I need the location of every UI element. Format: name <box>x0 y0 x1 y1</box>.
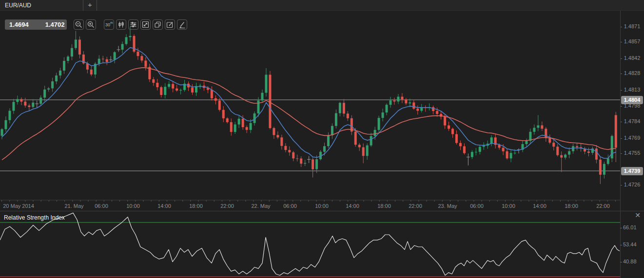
candle-body <box>451 129 454 134</box>
price-axis-label: 1.4784 <box>620 118 644 124</box>
duplicate-button[interactable] <box>153 19 163 30</box>
zoom-out-button[interactable] <box>74 19 84 30</box>
candle-body <box>144 60 147 67</box>
candle-body <box>172 84 174 88</box>
candle-body <box>448 126 450 129</box>
candle-body <box>238 119 240 125</box>
candle-body <box>382 112 384 118</box>
tab-eur-aud[interactable]: EUR/AUD <box>0 0 83 11</box>
price-chart[interactable]: 20 May 201421. May06:0010:0014:0018:0022… <box>0 11 620 211</box>
candle-body <box>67 56 69 61</box>
candle-body <box>199 86 201 86</box>
price-axis-label: 1.4871 <box>620 23 644 29</box>
candle-body <box>168 84 170 87</box>
candle-body <box>541 125 543 129</box>
time-axis-label: 10:00 <box>315 203 329 209</box>
time-axis-label: 18:00 <box>189 203 203 209</box>
candle-body <box>463 146 466 153</box>
price-axis[interactable]: 1.48711.48571.48421.48281.48131.47981.47… <box>620 11 644 211</box>
zoom-in-button[interactable] <box>86 19 96 30</box>
candle-body <box>12 102 15 111</box>
time-axis-label: 22. May <box>251 203 271 209</box>
candle-body <box>75 39 77 48</box>
candle-body <box>576 146 578 147</box>
rsi-axis-label: 66.01 <box>623 224 643 230</box>
candle-body <box>63 61 65 71</box>
candle-body <box>390 100 392 105</box>
candle-body <box>552 143 555 147</box>
candle-body <box>300 159 302 164</box>
time-axis-label: 10:00 <box>502 203 515 209</box>
candle-body <box>607 158 609 164</box>
candle-body <box>215 98 217 101</box>
edit-button[interactable] <box>165 19 175 30</box>
ask-button[interactable]: 1.4702 <box>45 21 69 28</box>
time-axis-label: 14:00 <box>533 203 546 209</box>
candle-body <box>323 146 326 151</box>
draw-button[interactable] <box>177 19 187 30</box>
chart-toolbar: 30 m <box>74 19 187 30</box>
candle-body <box>347 113 349 118</box>
candle-body <box>354 131 357 145</box>
candle-body <box>548 138 551 143</box>
candle-body <box>315 159 318 169</box>
candle-body <box>603 164 605 175</box>
price-level-badge: 1.4804 <box>621 96 643 104</box>
candle-body <box>250 123 252 130</box>
candle-body <box>599 160 602 175</box>
candle-body <box>510 153 512 158</box>
marker-icon <box>178 20 186 29</box>
candle-body <box>90 70 93 74</box>
candle-body <box>59 71 61 75</box>
rsi-axis-label: 53.44 <box>623 241 643 247</box>
candle-body <box>106 59 108 62</box>
time-axis-label: 14:00 <box>157 203 171 209</box>
candle-body <box>374 130 376 136</box>
expand-button[interactable] <box>140 19 151 30</box>
candle-body <box>133 36 135 52</box>
time-axis-label: 06:00 <box>470 203 484 209</box>
price-axis-label: 1.4755 <box>620 150 644 156</box>
candle-body <box>121 44 124 50</box>
candle-body <box>156 83 158 87</box>
sliders-icon <box>129 20 137 29</box>
indicators-button[interactable] <box>128 19 138 30</box>
candle-body <box>20 99 22 101</box>
price-axis-label: 1.4857 <box>620 38 644 44</box>
candle-body <box>455 134 458 143</box>
candle-body <box>191 87 194 93</box>
candle-body <box>257 100 260 113</box>
new-tab-button[interactable]: + <box>83 0 97 11</box>
candle-body <box>475 152 477 152</box>
candle-body <box>261 93 263 101</box>
price-axis-label: 1.4813 <box>620 87 644 93</box>
candle-body <box>378 118 380 130</box>
candle-body <box>288 150 291 152</box>
time-axis-label: 06:00 <box>283 203 297 209</box>
candle-body <box>1 129 3 135</box>
candle-body <box>572 146 574 151</box>
close-indicator-button[interactable]: ✕ <box>633 211 643 220</box>
candle-body <box>222 110 225 118</box>
copy-icon <box>154 20 162 29</box>
timeframe-button[interactable]: 30 m <box>104 19 114 30</box>
candle-body <box>556 147 559 155</box>
candle-body <box>533 128 535 131</box>
candle-body <box>490 137 493 144</box>
time-axis-label: 18:00 <box>565 203 578 209</box>
candle-body <box>152 79 155 83</box>
candle-body <box>479 147 481 152</box>
chart-type-button[interactable] <box>116 19 126 30</box>
rsi-chart[interactable] <box>0 211 620 278</box>
bid-button[interactable]: 1.4694 <box>5 21 29 28</box>
quote-widget[interactable]: 1.4694 1.4702 <box>5 19 67 30</box>
candle-body <box>218 101 221 110</box>
rsi-title: Relative Strength Index <box>4 214 65 221</box>
candle-body <box>358 145 361 147</box>
candle-body <box>444 117 446 126</box>
candle-body <box>24 102 26 106</box>
candle-body <box>339 103 341 113</box>
candle-body <box>43 90 46 98</box>
candle-body <box>412 102 415 109</box>
candle-body <box>545 129 547 138</box>
